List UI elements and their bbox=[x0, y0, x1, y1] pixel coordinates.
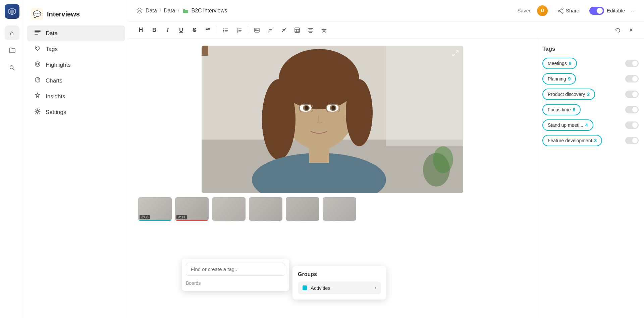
share-button[interactable]: Share bbox=[553, 6, 584, 16]
search-button[interactable] bbox=[5, 60, 19, 75]
tag-count-feature-dev: 3 bbox=[594, 138, 597, 143]
thumbnails-row: 3:08 3:11 bbox=[138, 197, 527, 221]
tag-chip-product-discovery[interactable]: Product discovery 2 bbox=[542, 89, 595, 100]
groups-title: Groups bbox=[298, 271, 381, 277]
heading-button[interactable]: H bbox=[135, 24, 147, 36]
editable-toggle[interactable] bbox=[589, 7, 604, 15]
tag-search-input[interactable] bbox=[186, 263, 285, 276]
link-button[interactable] bbox=[264, 24, 276, 36]
thumbnail-2[interactable]: 3:11 bbox=[175, 197, 209, 221]
svg-point-4 bbox=[37, 63, 39, 65]
folder-icon bbox=[182, 7, 189, 14]
thumbnail-4[interactable] bbox=[249, 197, 282, 221]
share-label: Share bbox=[566, 8, 579, 13]
home-button[interactable]: ⌂ bbox=[5, 25, 19, 40]
sidebar-title: Interviews bbox=[47, 10, 80, 18]
sidebar-item-tags-label: Tags bbox=[46, 46, 58, 53]
undo-button[interactable] bbox=[612, 24, 624, 36]
sidebar-item-data-label: Data bbox=[46, 30, 58, 37]
svg-rect-57 bbox=[202, 46, 208, 56]
topbar: Data / Data / B2C interviews Saved U Sha… bbox=[128, 0, 644, 21]
editable-label: Editable bbox=[607, 8, 625, 13]
expand-icon[interactable] bbox=[452, 50, 459, 59]
more-options-button[interactable]: ··· bbox=[630, 7, 636, 14]
svg-point-12 bbox=[223, 28, 224, 29]
tags-icon bbox=[34, 45, 42, 53]
bold-button[interactable]: B bbox=[148, 24, 160, 36]
svg-point-9 bbox=[558, 10, 559, 11]
svg-point-3 bbox=[35, 62, 40, 66]
tag-label-standup: Stand up meeti... bbox=[548, 122, 583, 128]
right-panel: Tags Meetings 9 Planning 9 Product disco… bbox=[537, 39, 644, 318]
video-frame bbox=[202, 46, 463, 193]
app-logo[interactable] bbox=[5, 4, 19, 19]
tag-toggle-focus-time[interactable] bbox=[625, 106, 639, 113]
tag-search-popup: Boards bbox=[182, 259, 289, 291]
tag-chip-planning[interactable]: Planning 9 bbox=[542, 73, 576, 85]
icon-bar: ⌂ bbox=[0, 0, 24, 318]
toolbar-divider-1 bbox=[217, 26, 217, 34]
folder-button[interactable] bbox=[5, 43, 19, 58]
align-button[interactable] bbox=[305, 24, 317, 36]
sidebar-item-settings-label: Settings bbox=[46, 109, 66, 116]
unlink-button[interactable] bbox=[278, 24, 290, 36]
tag-toggle-product-discovery[interactable] bbox=[625, 91, 639, 98]
tag-toggle-meetings[interactable] bbox=[625, 60, 639, 67]
saved-status: Saved bbox=[518, 8, 532, 13]
tag-count-meetings: 9 bbox=[569, 61, 572, 66]
sidebar-item-data[interactable]: Data bbox=[27, 25, 125, 41]
sidebar-item-insights[interactable]: Insights bbox=[27, 89, 125, 104]
tag-count-planning: 9 bbox=[568, 76, 571, 82]
tag-toggle-feature-dev[interactable] bbox=[625, 137, 639, 144]
thumbnail-6[interactable] bbox=[323, 197, 356, 221]
breadcrumb-sep1: / bbox=[160, 8, 161, 14]
sidebar-item-settings[interactable]: Settings bbox=[27, 104, 125, 120]
numbered-list-button[interactable]: 1.2.3. bbox=[233, 24, 245, 36]
sidebar-item-highlights[interactable]: Highlights bbox=[27, 57, 125, 73]
groups-dot bbox=[303, 285, 307, 290]
tag-chip-meetings[interactable]: Meetings 9 bbox=[542, 58, 577, 69]
bullet-list-button[interactable] bbox=[220, 24, 232, 36]
tag-label-product-discovery: Product discovery bbox=[548, 92, 585, 97]
toolbar-divider-2 bbox=[248, 26, 248, 34]
main: Data / Data / B2C interviews Saved U Sha… bbox=[128, 0, 644, 318]
sidebar-item-insights-label: Insights bbox=[46, 93, 65, 100]
thumb-time-2: 3:11 bbox=[176, 215, 187, 219]
sidebar-item-charts[interactable]: Charts bbox=[27, 73, 125, 89]
table-button[interactable] bbox=[291, 24, 303, 36]
editor: 3:08 3:11 Boards bbox=[128, 39, 537, 318]
tag-chip-standup[interactable]: Stand up meeti... 4 bbox=[542, 119, 593, 131]
content-area: 3:08 3:11 Boards bbox=[128, 39, 644, 318]
svg-line-10 bbox=[559, 9, 562, 10]
user-avatar: U bbox=[537, 5, 548, 16]
ai-button[interactable] bbox=[318, 24, 330, 36]
data-icon bbox=[34, 29, 42, 38]
tag-toggle-standup[interactable] bbox=[625, 121, 639, 129]
thumbnail-5[interactable] bbox=[286, 197, 319, 221]
breadcrumb-part2: Data bbox=[164, 8, 175, 14]
thumb-bar-1 bbox=[138, 220, 172, 221]
strikethrough-button[interactable]: S bbox=[189, 24, 201, 36]
groups-activities-item[interactable]: Activities › bbox=[298, 281, 381, 294]
insights-icon bbox=[34, 92, 42, 101]
quote-button[interactable]: ❝❞ bbox=[202, 24, 214, 36]
tag-label-feature-dev: Feature development bbox=[548, 138, 592, 143]
svg-point-43 bbox=[346, 79, 373, 146]
sidebar-item-tags[interactable]: Tags bbox=[27, 41, 125, 57]
image-button[interactable] bbox=[251, 24, 263, 36]
thumbnail-3[interactable] bbox=[212, 197, 246, 221]
redo-button[interactable]: × bbox=[625, 24, 637, 36]
thumbnail-1[interactable]: 3:08 bbox=[138, 197, 172, 221]
boards-section: Boards bbox=[186, 279, 285, 287]
svg-point-50 bbox=[305, 106, 309, 110]
tag-row-standup: Stand up meeti... 4 bbox=[542, 119, 639, 131]
tag-chip-focus-time[interactable]: Focus time 6 bbox=[542, 104, 581, 115]
svg-point-16 bbox=[223, 31, 224, 32]
tag-chip-feature-dev[interactable]: Feature development 3 bbox=[542, 135, 602, 146]
italic-button[interactable]: I bbox=[162, 24, 174, 36]
svg-line-26 bbox=[282, 28, 286, 32]
underline-button[interactable]: U bbox=[175, 24, 187, 36]
tag-row-meetings: Meetings 9 bbox=[542, 58, 639, 69]
tag-toggle-planning[interactable] bbox=[625, 75, 639, 83]
sidebar: 💬 Interviews Data Tags Highlights bbox=[24, 0, 128, 318]
